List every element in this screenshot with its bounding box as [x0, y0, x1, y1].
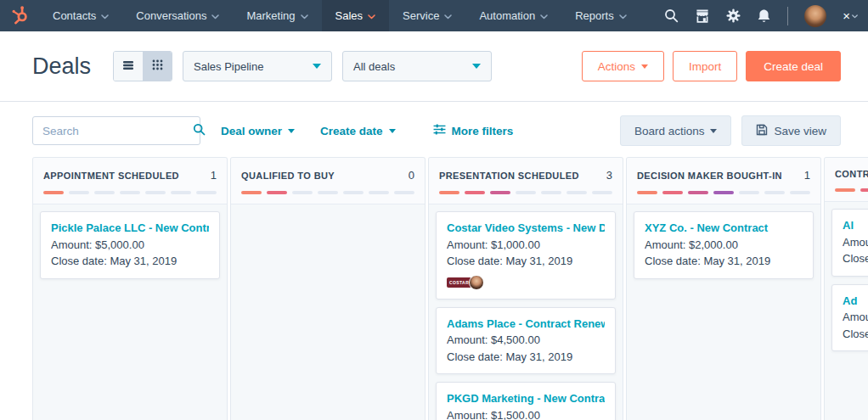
- deal-card[interactable]: AdAmount: Close date:: [831, 284, 868, 352]
- hubspot-logo-icon[interactable]: [0, 0, 39, 31]
- create-date-filter-label: Create date: [320, 125, 383, 137]
- settings-gear-icon[interactable]: [726, 8, 741, 23]
- board-actions-button[interactable]: Board actions: [620, 115, 732, 146]
- grid-icon: [152, 59, 163, 74]
- chevron-down-icon: [368, 14, 375, 20]
- amount-label: Amount:: [645, 238, 685, 251]
- nav-item-conversations[interactable]: Conversations: [122, 0, 233, 31]
- deal-card-title[interactable]: Al: [843, 217, 868, 234]
- column-title-row: PRESENTATION SCHEDULED3: [439, 169, 612, 182]
- deal-owner-filter[interactable]: Deal owner: [221, 125, 295, 137]
- progress-segment: [637, 191, 657, 194]
- filter-bar: Deal owner Create date More filters: [0, 102, 868, 157]
- progress-segment: [318, 191, 338, 194]
- board-view-button[interactable]: [143, 52, 172, 81]
- deal-card-title[interactable]: PKGD Marketing - New Contract: [447, 390, 605, 407]
- close-button[interactable]: ×: [843, 8, 858, 23]
- progress-segment: [516, 191, 536, 194]
- column-body: AlAmount: Close date: AdAmount: Close da…: [825, 202, 868, 358]
- more-filters-button[interactable]: More filters: [433, 124, 514, 137]
- deal-card-title[interactable]: Pickle Palace LLC - New Contract: [51, 220, 209, 237]
- save-view-button[interactable]: Save view: [741, 115, 841, 146]
- progress-segment: [764, 191, 785, 194]
- nav-item-sales[interactable]: Sales: [322, 0, 390, 31]
- progress-segment: [145, 191, 166, 194]
- card-avatars: costar: [447, 275, 605, 290]
- deals-filter-select[interactable]: All deals: [342, 51, 492, 81]
- nav-item-contacts[interactable]: Contacts: [39, 0, 122, 31]
- close-date-label: Close date:: [843, 328, 868, 340]
- nav-item-service[interactable]: Service: [389, 0, 465, 31]
- nav-item-automation[interactable]: Automation: [465, 0, 561, 31]
- page-header: Deals Sales Pipeline: [0, 31, 868, 101]
- deal-card[interactable]: Pickle Palace LLC - New ContractAmount: …: [40, 211, 220, 279]
- progress-segment: [860, 188, 868, 192]
- chevron-down-icon: [301, 14, 308, 20]
- actions-button-label: Actions: [598, 60, 635, 73]
- deals-filter-select-value: All deals: [353, 60, 395, 73]
- progress-segment: [465, 191, 485, 194]
- stage-progress: [241, 191, 414, 194]
- progress-segment: [292, 191, 313, 194]
- progress-segment: [369, 191, 389, 194]
- caret-down-icon: [389, 129, 396, 133]
- chevron-down-icon: [852, 14, 858, 19]
- column-title: APPOINTMENT SCHEDULED: [43, 171, 179, 181]
- column-header: APPOINTMENT SCHEDULED1: [33, 158, 227, 204]
- column-title: CONTRACT SENT: [835, 169, 868, 179]
- search-input[interactable]: [42, 125, 193, 137]
- deal-card[interactable]: Costar Video Systems - New DealAmount: $…: [436, 211, 616, 300]
- column-title: DECISION MAKER BOUGHT-IN: [637, 171, 782, 181]
- deal-amount: Amount: $1,500.00: [447, 407, 605, 420]
- deal-close-date: Close date: May 31, 2019: [447, 253, 605, 270]
- deal-amount: Amount:: [843, 234, 868, 251]
- progress-segment: [541, 191, 561, 194]
- deal-card[interactable]: PKGD Marketing - New ContractAmount: $1,…: [436, 382, 616, 420]
- deal-amount: Amount:: [843, 309, 868, 326]
- create-date-filter[interactable]: Create date: [320, 125, 396, 137]
- top-nav: ContactsConversationsMarketingSalesServi…: [0, 0, 868, 31]
- marketplace-icon[interactable]: [695, 8, 710, 23]
- board-column: CONTRACT SENTAlAmount: Close date: AdAmo…: [824, 157, 868, 420]
- progress-segment: [688, 191, 708, 194]
- deal-card[interactable]: AlAmount: Close date:: [831, 209, 868, 277]
- deal-close-date: Close date: May 31, 2019: [645, 253, 803, 270]
- deal-card-title[interactable]: Costar Video Systems - New Deal: [447, 220, 605, 237]
- close-date-label: Close date:: [447, 350, 503, 363]
- progress-segment: [171, 191, 191, 194]
- progress-segment: [662, 191, 683, 194]
- board-column: QUALIFIED TO BUY0: [230, 157, 426, 420]
- column-header: DECISION MAKER BOUGHT-IN1: [627, 158, 820, 204]
- search-icon[interactable]: [193, 123, 206, 139]
- chevron-down-icon: [211, 14, 219, 20]
- deal-close-date: Close date: May 31, 2019: [51, 253, 209, 270]
- create-deal-button[interactable]: Create deal: [746, 51, 841, 81]
- import-button[interactable]: Import: [673, 51, 737, 81]
- amount-label: Amount:: [447, 333, 488, 346]
- nav-item-marketing[interactable]: Marketing: [233, 0, 321, 31]
- deal-amount: Amount: $5,000.00: [51, 237, 209, 254]
- column-body: Costar Video Systems - New DealAmount: $…: [429, 204, 623, 420]
- search-icon[interactable]: [664, 8, 679, 23]
- user-avatar[interactable]: [804, 5, 826, 27]
- notifications-bell-icon[interactable]: [757, 8, 771, 24]
- progress-segment: [790, 191, 810, 194]
- nav-item-reports[interactable]: Reports: [561, 0, 640, 31]
- board-column: PRESENTATION SCHEDULED3Costar Video Syst…: [428, 157, 623, 420]
- filter-bar-right: Board actions Save view: [620, 115, 841, 146]
- column-title-row: CONTRACT SENT: [835, 169, 868, 179]
- deal-card[interactable]: Adams Place - Contract RenewalAmount: $4…: [436, 307, 616, 375]
- progress-segment: [566, 191, 587, 194]
- deal-board: APPOINTMENT SCHEDULED1Pickle Palace LLC …: [0, 157, 868, 420]
- deal-card-title[interactable]: XYZ Co. - New Contract: [645, 220, 803, 237]
- pipeline-select[interactable]: Sales Pipeline: [183, 51, 332, 81]
- actions-button[interactable]: Actions: [582, 51, 664, 81]
- column-body: [231, 204, 425, 218]
- deal-card-title[interactable]: Adams Place - Contract Renewal: [447, 316, 605, 333]
- deal-card[interactable]: XYZ Co. - New ContractAmount: $2,000.00C…: [634, 211, 814, 279]
- stage-progress: [835, 188, 868, 192]
- board-column: APPOINTMENT SCHEDULED1Pickle Palace LLC …: [32, 157, 228, 420]
- deal-card-title[interactable]: Ad: [843, 293, 868, 310]
- list-view-button[interactable]: [114, 52, 143, 81]
- close-date-label: Close date:: [843, 252, 868, 265]
